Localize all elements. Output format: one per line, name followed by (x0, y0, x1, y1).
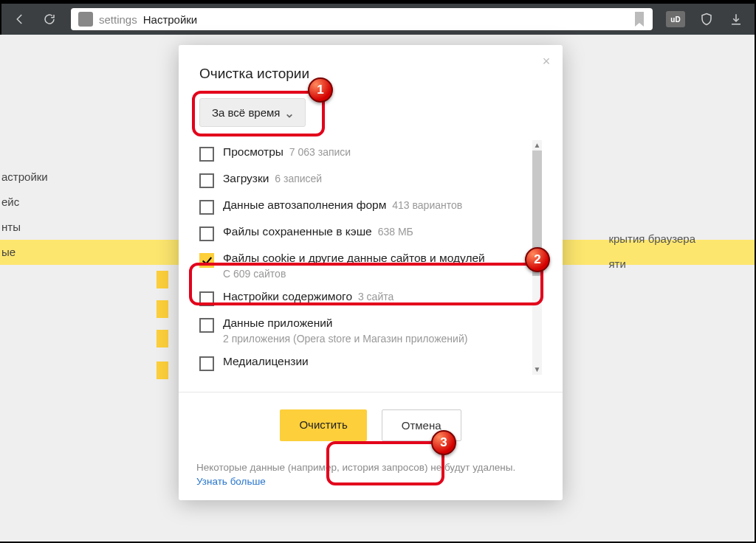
clear-option[interactable]: Настройки содержимого 3 сайта (199, 285, 542, 311)
address-title: Настройки (143, 13, 198, 26)
footer-learn-more-link[interactable]: Узнать больше (196, 476, 266, 487)
address-key: settings (99, 13, 137, 26)
bg-marker (157, 330, 168, 347)
download-icon[interactable] (728, 11, 744, 27)
address-bar[interactable]: settings Настройки (71, 8, 653, 30)
option-subtext: 3 сайта (355, 291, 394, 302)
clear-option[interactable]: Данные автозаполнения форм 413 вариантов (199, 193, 542, 220)
scrollbar-thumb[interactable] (532, 151, 542, 276)
clear-option[interactable]: Данные приложений2 приложения (Opera sto… (199, 311, 542, 350)
option-subtext: 638 МБ (375, 226, 413, 238)
footer-note: Некоторые данные (например, история запр… (196, 462, 545, 473)
bg-marker (157, 271, 168, 288)
options-scroll-area: Просмотры 7 063 записиЗагрузки 6 записей… (199, 140, 542, 375)
option-label: Медиалицензии (223, 355, 309, 367)
scroll-up-icon[interactable]: ▲ (532, 140, 542, 151)
dialog-title: Очистка истории (199, 66, 542, 82)
scroll-down-icon[interactable]: ▼ (532, 364, 542, 375)
option-label: Файлы сохраненные в кэше (223, 225, 372, 238)
cancel-button[interactable]: Отмена (382, 409, 461, 441)
clear-option[interactable]: Файлы сохраненные в кэше 638 МБ (199, 220, 542, 246)
bg-marker (157, 362, 168, 379)
page-text-fragment: яти (608, 252, 695, 277)
option-subtext: С 609 сайтов (223, 268, 485, 280)
close-icon[interactable]: × (540, 55, 552, 67)
option-subtext: 413 вариантов (389, 199, 462, 211)
checkbox[interactable] (199, 173, 214, 188)
dialog-actions: Очистить Отмена (179, 409, 563, 441)
clear-option[interactable]: Загрузки 6 записей (199, 167, 542, 193)
bg-marker (157, 300, 168, 318)
option-subtext: 6 записей (272, 173, 322, 184)
reload-icon[interactable] (41, 11, 58, 27)
time-range-value: За всё время (212, 106, 280, 119)
option-label: Загрузки (223, 172, 269, 184)
back-icon[interactable] (12, 11, 28, 27)
option-label: Просмотры (223, 145, 284, 158)
page-text-fragment: крытия браузера (608, 226, 695, 252)
checkbox[interactable] (199, 200, 214, 215)
scrollbar-track[interactable]: ▲ ▼ (532, 140, 542, 375)
shield-icon[interactable] (698, 11, 715, 27)
extension-badge[interactable]: uD (666, 11, 685, 27)
checkbox[interactable] (199, 318, 214, 333)
checkbox[interactable] (199, 147, 214, 162)
checkbox[interactable] (199, 291, 214, 306)
chevron-down-icon (286, 109, 293, 117)
checkbox[interactable] (199, 356, 214, 371)
divider (179, 392, 563, 392)
time-range-select[interactable]: За всё время (199, 98, 306, 127)
clear-history-dialog: × Очистка истории За всё время Просмотры… (179, 45, 563, 500)
option-subtext: 7 063 записи (286, 146, 351, 158)
clear-option[interactable]: Просмотры 7 063 записи (199, 140, 542, 167)
bookmark-icon[interactable] (633, 12, 645, 27)
dialog-footer: Некоторые данные (например, история запр… (196, 462, 545, 487)
checkbox[interactable] (199, 226, 214, 241)
option-label: Данные приложений (223, 317, 333, 329)
option-label: Данные автозаполнения форм (223, 198, 386, 211)
clear-option[interactable]: Медиалицензии (199, 350, 542, 375)
app-frame: settings Настройки uD астройкиейснтыые к… (0, 0, 756, 543)
checkbox[interactable] (199, 253, 214, 268)
clear-button[interactable]: Очистить (280, 409, 366, 441)
option-label: Настройки содержимого (223, 290, 352, 302)
browser-toolbar: settings Настройки uD (1, 4, 755, 35)
option-subtext: 2 приложения (Opera store и Магазин прил… (223, 333, 467, 345)
site-favicon (78, 12, 93, 27)
clear-option[interactable]: Файлы cookie и другие данные сайтов и мо… (199, 246, 542, 285)
option-label: Файлы cookie и другие данные сайтов и мо… (223, 252, 485, 264)
